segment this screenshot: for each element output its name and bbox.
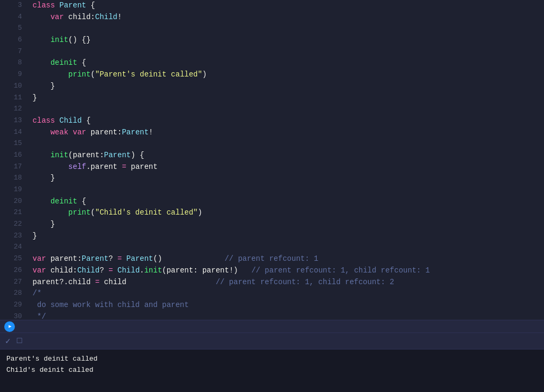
line-code: } bbox=[28, 173, 544, 184]
table-row: 23} bbox=[0, 231, 544, 242]
line-number: 24 bbox=[0, 242, 28, 253]
table-row: 3class Parent { bbox=[0, 0, 544, 12]
line-number: 23 bbox=[0, 231, 28, 242]
line-number: 18 bbox=[0, 173, 28, 184]
line-number: 4 bbox=[0, 12, 28, 23]
line-code: class Parent { bbox=[28, 0, 544, 12]
code-scroll-area[interactable]: 3class Parent {4 var child:Child!5 6 ini… bbox=[0, 0, 544, 320]
line-code: print("Parent's deinit called") bbox=[28, 69, 544, 81]
console-toolbar: ✓ □ bbox=[0, 333, 544, 350]
line-number: 15 bbox=[0, 138, 28, 150]
table-row: 22 } bbox=[0, 219, 544, 231]
line-number: 27 bbox=[0, 277, 28, 288]
table-row: 25var parent:Parent? = Parent() // paren… bbox=[0, 253, 544, 265]
table-row: 15 bbox=[0, 138, 544, 150]
run-button-row bbox=[0, 320, 544, 333]
line-number: 28 bbox=[0, 288, 28, 300]
line-number: 22 bbox=[0, 219, 28, 231]
line-number: 25 bbox=[0, 253, 28, 265]
table-row: 27parent?.child = child // parent refcou… bbox=[0, 277, 544, 288]
console-output: Parent's deinit calledChild's deinit cal… bbox=[0, 350, 544, 392]
line-code: init(parent:Parent) { bbox=[28, 150, 544, 161]
line-code: self.parent = parent bbox=[28, 161, 544, 173]
table-row: 21 print("Child's deinit called") bbox=[0, 207, 544, 219]
line-code: } bbox=[28, 92, 544, 104]
line-code: /* bbox=[28, 288, 544, 300]
line-code: var child:Child! bbox=[28, 12, 544, 23]
table-row: 20 deinit { bbox=[0, 196, 544, 208]
line-code: var child:Child? = Child.init(parent: pa… bbox=[28, 265, 544, 277]
table-row: 24 bbox=[0, 242, 544, 253]
console-line: Parent's deinit called bbox=[6, 354, 538, 365]
table-row: 16 init(parent:Parent) { bbox=[0, 150, 544, 161]
line-code bbox=[28, 46, 544, 58]
line-number: 20 bbox=[0, 196, 28, 208]
line-number: 30 bbox=[0, 311, 28, 320]
table-row: 28/* bbox=[0, 288, 544, 300]
line-code bbox=[28, 242, 544, 253]
square-icon[interactable]: □ bbox=[17, 336, 22, 346]
line-number: 29 bbox=[0, 300, 28, 311]
table-row: 17 self.parent = parent bbox=[0, 161, 544, 173]
line-number: 3 bbox=[0, 0, 28, 12]
line-number: 14 bbox=[0, 127, 28, 139]
line-code: weak var parent:Parent! bbox=[28, 127, 544, 139]
line-number: 8 bbox=[0, 57, 28, 69]
line-number: 5 bbox=[0, 23, 28, 35]
table-row: 12 bbox=[0, 104, 544, 115]
table-row: 6 init() {} bbox=[0, 35, 544, 46]
line-code: init() {} bbox=[28, 35, 544, 46]
table-row: 11} bbox=[0, 92, 544, 104]
line-number: 19 bbox=[0, 184, 28, 196]
line-number: 16 bbox=[0, 150, 28, 161]
line-code: } bbox=[28, 81, 544, 92]
code-lines-table: 3class Parent {4 var child:Child!5 6 ini… bbox=[0, 0, 544, 320]
run-button[interactable] bbox=[4, 321, 15, 332]
table-row: 14 weak var parent:Parent! bbox=[0, 127, 544, 139]
check-icon[interactable]: ✓ bbox=[5, 336, 11, 346]
line-number: 17 bbox=[0, 161, 28, 173]
table-row: 30 */ bbox=[0, 311, 544, 320]
table-row: 13class Child { bbox=[0, 115, 544, 127]
table-row: 26var child:Child? = Child.init(parent: … bbox=[0, 265, 544, 277]
table-row: 29 do some work with child and parent bbox=[0, 300, 544, 311]
line-code: print("Child's deinit called") bbox=[28, 207, 544, 219]
line-code: } bbox=[28, 219, 544, 231]
table-row: 8 deinit { bbox=[0, 57, 544, 69]
table-row: 10 } bbox=[0, 81, 544, 92]
line-code bbox=[28, 138, 544, 150]
table-row: 7 bbox=[0, 46, 544, 58]
line-code: var parent:Parent? = Parent() // parent … bbox=[28, 253, 544, 265]
line-number: 21 bbox=[0, 207, 28, 219]
line-code: */ bbox=[28, 311, 544, 320]
console-line: Child's deinit called bbox=[6, 365, 538, 376]
line-number: 10 bbox=[0, 81, 28, 92]
line-number: 11 bbox=[0, 92, 28, 104]
line-code: deinit { bbox=[28, 57, 544, 69]
line-number: 26 bbox=[0, 265, 28, 277]
line-number: 12 bbox=[0, 104, 28, 115]
table-row: 18 } bbox=[0, 173, 544, 184]
line-code bbox=[28, 184, 544, 196]
code-editor: 3class Parent {4 var child:Child!5 6 ini… bbox=[0, 0, 544, 333]
line-code bbox=[28, 104, 544, 115]
line-code: deinit { bbox=[28, 196, 544, 208]
line-code bbox=[28, 23, 544, 35]
table-row: 9 print("Parent's deinit called") bbox=[0, 69, 544, 81]
line-code: parent?.child = child // parent refcount… bbox=[28, 277, 544, 288]
line-code: } bbox=[28, 231, 544, 242]
table-row: 5 bbox=[0, 23, 544, 35]
line-number: 9 bbox=[0, 69, 28, 81]
table-row: 19 bbox=[0, 184, 544, 196]
line-code: class Child { bbox=[28, 115, 544, 127]
line-number: 13 bbox=[0, 115, 28, 127]
line-number: 6 bbox=[0, 35, 28, 46]
table-row: 4 var child:Child! bbox=[0, 12, 544, 23]
line-code: do some work with child and parent bbox=[28, 300, 544, 311]
line-number: 7 bbox=[0, 46, 28, 58]
